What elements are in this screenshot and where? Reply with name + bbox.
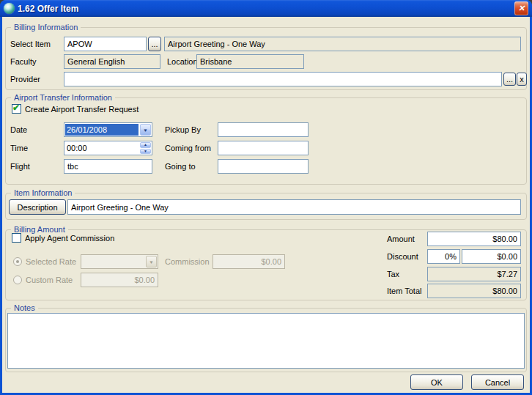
chevron-down-icon: ▼ <box>146 256 157 267</box>
create-transfer-checkbox[interactable]: ✔ <box>12 104 21 114</box>
spin-down-icon: ▼ <box>144 149 147 153</box>
offer-item-dialog: 1.62 Offer Item ✕ Billing Information Ai… <box>0 0 532 395</box>
amount-label: Amount <box>387 232 415 246</box>
item-total-field <box>427 284 521 298</box>
pickup-by-label: Pickup By <box>165 122 201 137</box>
close-icon: ✕ <box>518 4 525 13</box>
rate-value <box>82 256 144 267</box>
faculty-label: Faculty <box>10 54 36 69</box>
close-button[interactable]: ✕ <box>514 1 528 15</box>
create-transfer-label[interactable]: Create Airport Transfer Request <box>25 102 138 117</box>
item-information-title: Item Information <box>11 188 75 199</box>
location-label: Location <box>167 54 198 69</box>
coming-from-input[interactable] <box>218 141 309 155</box>
pickup-by-input[interactable] <box>218 122 309 137</box>
selected-rate-label: Selected Rate <box>26 254 76 269</box>
item-total-label: Item Total <box>387 284 422 298</box>
location-field <box>196 54 304 69</box>
app-icon <box>4 3 15 14</box>
flight-input[interactable] <box>64 159 152 174</box>
spin-down-button[interactable]: ▼ <box>140 149 151 155</box>
amount-input[interactable] <box>427 232 521 246</box>
faculty-field <box>64 54 160 69</box>
notes-title: Notes <box>11 303 38 314</box>
cancel-button[interactable]: Cancel <box>471 374 524 390</box>
date-value: 26/01/2008 <box>65 124 138 136</box>
window-title: 1.62 Offer Item <box>18 4 511 14</box>
selected-rate-radio <box>13 257 22 266</box>
discount-amount-input[interactable] <box>462 249 521 264</box>
time-label: Time <box>10 141 28 155</box>
spin-up-button[interactable]: ▲ <box>140 142 151 148</box>
time-input[interactable] <box>64 141 139 155</box>
provider-browse-button[interactable]: ... <box>503 73 516 86</box>
provider-label: Provider <box>10 72 40 86</box>
tax-label: Tax <box>387 267 399 281</box>
date-combobox[interactable]: 26/01/2008 ▼ <box>64 122 152 137</box>
apply-commission-label[interactable]: Apply Agent Commission <box>25 231 114 246</box>
dialog-body: Billing Information Airport Transfer Inf… <box>2 17 530 393</box>
spin-up-icon: ▲ <box>144 143 147 147</box>
tax-field <box>427 267 521 281</box>
going-to-label: Going to <box>165 159 196 174</box>
provider-input[interactable] <box>64 72 502 86</box>
ok-button[interactable]: OK <box>410 374 463 390</box>
description-button[interactable]: Description <box>9 199 66 215</box>
discount-label: Discount <box>387 249 418 264</box>
billing-information-title: Billing Information <box>11 22 81 33</box>
titlebar[interactable]: 1.62 Offer Item ✕ <box>0 0 532 17</box>
notes-textarea[interactable] <box>7 313 525 369</box>
rate-combobox: ▼ <box>81 254 158 269</box>
commission-label: Commission <box>165 254 210 269</box>
provider-clear-button[interactable]: x <box>517 73 527 86</box>
item-description-input[interactable] <box>67 199 521 215</box>
commission-field <box>213 254 285 269</box>
custom-rate-label: Custom Rate <box>26 273 73 287</box>
time-spin-buttons: ▲ ▼ <box>140 142 151 154</box>
select-item-input[interactable] <box>64 37 147 51</box>
check-icon: ✔ <box>12 103 20 113</box>
apply-commission-checkbox[interactable] <box>12 233 21 243</box>
custom-rate-radio <box>13 276 22 284</box>
discount-percent-input[interactable] <box>427 249 460 264</box>
going-to-input[interactable] <box>218 159 309 174</box>
select-item-label: Select Item <box>10 37 51 51</box>
item-description-field <box>164 37 521 51</box>
custom-rate-field <box>81 273 158 287</box>
radio-dot <box>16 260 19 263</box>
chevron-down-icon[interactable]: ▼ <box>140 124 151 136</box>
flight-label: Flight <box>10 159 30 174</box>
select-item-browse-button[interactable]: ... <box>148 37 161 51</box>
time-spinner[interactable]: ▲ ▼ <box>64 141 152 155</box>
date-label: Date <box>10 122 27 137</box>
coming-from-label: Coming from <box>165 141 211 155</box>
